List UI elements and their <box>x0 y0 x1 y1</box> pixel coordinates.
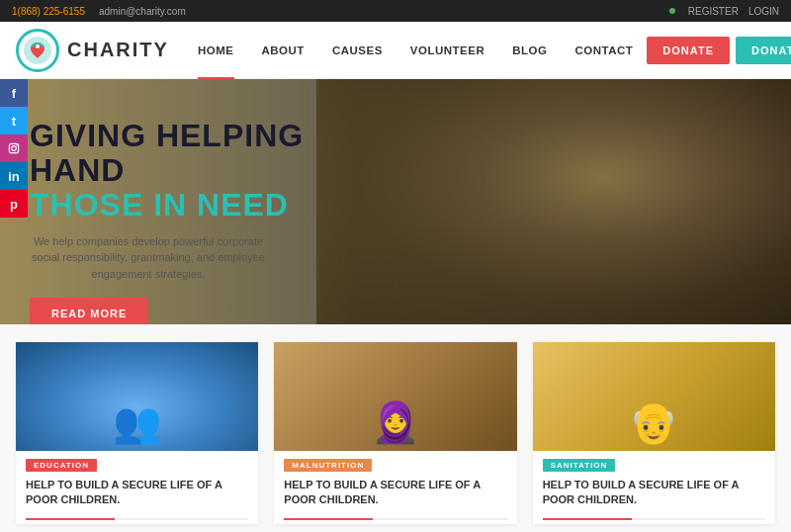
logo-text: CHARITY <box>67 39 169 61</box>
card-sanitation-image <box>533 342 775 451</box>
nav-home[interactable]: HOME <box>184 22 248 79</box>
card-malnutrition: MALNUTRITION HELP TO BUILD A SECURE LIFE… <box>274 342 516 524</box>
nav-causes[interactable]: CAUSES <box>318 22 396 79</box>
svg-point-4 <box>16 144 17 145</box>
card-education-title: HELP TO BUILD A SECURE LIFE OF A POOR CH… <box>16 476 258 514</box>
card-malnutrition-title: HELP TO BUILD A SECURE LIFE OF A POOR CH… <box>274 476 516 514</box>
svg-point-1 <box>36 44 40 48</box>
top-bar-contact: 1(868) 225-6155 admin@charity.com <box>12 6 186 17</box>
donate-red-button[interactable]: DONATE <box>647 37 730 64</box>
nav-blog[interactable]: BLOG <box>498 22 561 79</box>
logo-svg <box>22 35 53 66</box>
top-bar: 1(868) 225-6155 admin@charity.com REGIST… <box>0 0 791 22</box>
main-nav: HOME ABOUT CAUSES VOLUNTEER BLOG CONTACT <box>184 22 647 79</box>
phone-number: 1(868) 225-6155 <box>12 6 85 17</box>
status-dot <box>669 8 675 14</box>
card-education-image <box>16 342 258 451</box>
card-malnutrition-divider <box>284 518 506 520</box>
twitter-social-btn[interactable]: t <box>0 107 28 134</box>
card-sanitation-badge: SANITATION <box>543 459 616 472</box>
nav-contact[interactable]: CONTACT <box>561 22 647 79</box>
register-link[interactable]: REGISTER <box>688 6 739 17</box>
donate-teal-button[interactable]: DONATE <box>736 37 791 64</box>
nav-volunteer[interactable]: VOLUNTEER <box>396 22 498 79</box>
top-bar-auth: REGISTER LOGIN <box>669 6 779 17</box>
hero-title-line1: GIVING HELPING HAND <box>30 119 366 188</box>
card-sanitation-divider <box>543 518 765 520</box>
logo: CHARITY <box>16 29 184 72</box>
nav-about[interactable]: ABOUT <box>248 22 318 79</box>
card-malnutrition-image <box>274 342 516 451</box>
social-sidebar: f t in p <box>0 79 28 218</box>
hero-section: GIVING HELPING HAND THOSE IN NEED We hel… <box>0 79 791 324</box>
card-education: EDUCATION HELP TO BUILD A SECURE LIFE OF… <box>16 342 258 524</box>
hero-title-line2: THOSE IN NEED <box>30 188 366 222</box>
linkedin-social-btn[interactable]: in <box>0 162 28 190</box>
read-more-button[interactable]: READ MORE <box>30 298 148 324</box>
hero-subtitle: We help companies develop powerful corpo… <box>30 233 267 283</box>
header: CHARITY HOME ABOUT CAUSES VOLUNTEER BLOG… <box>0 22 791 79</box>
svg-point-3 <box>12 146 17 151</box>
card-education-divider <box>26 518 248 520</box>
card-malnutrition-badge: MALNUTRITION <box>284 459 372 472</box>
hero-content: GIVING HELPING HAND THOSE IN NEED We hel… <box>30 119 366 324</box>
cards-section: EDUCATION HELP TO BUILD A SECURE LIFE OF… <box>0 324 791 532</box>
card-sanitation-title: HELP TO BUILD A SECURE LIFE OF A POOR CH… <box>533 476 775 514</box>
email-address: admin@charity.com <box>99 6 186 17</box>
card-sanitation: SANITATION HELP TO BUILD A SECURE LIFE O… <box>533 342 775 524</box>
logo-icon <box>16 29 59 72</box>
header-buttons: DONATE DONATE <box>647 37 791 64</box>
instagram-social-btn[interactable] <box>0 134 28 162</box>
pinterest-social-btn[interactable]: p <box>0 190 28 218</box>
card-education-badge: EDUCATION <box>26 459 97 472</box>
facebook-social-btn[interactable]: f <box>0 79 28 107</box>
login-link[interactable]: LOGIN <box>748 6 779 17</box>
